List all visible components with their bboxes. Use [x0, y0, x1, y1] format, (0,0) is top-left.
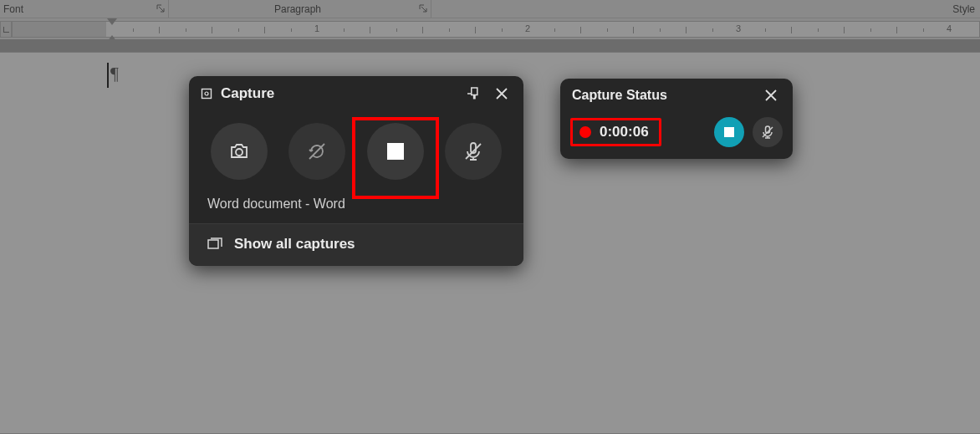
capture-panel-header: Capture [189, 76, 523, 111]
status-microphone-button[interactable] [753, 117, 783, 147]
camera-icon [228, 140, 250, 162]
microphone-toggle-button[interactable] [445, 123, 502, 180]
capture-status-panel: Capture Status 0:00:06 [560, 79, 793, 159]
capture-title-icon [201, 88, 212, 100]
status-title: Capture Status [572, 88, 667, 103]
status-panel-header: Capture Status [560, 79, 793, 112]
refresh-slash-icon [306, 140, 328, 162]
gallery-icon [207, 237, 222, 251]
recording-timer-highlight: 0:00:06 [570, 118, 661, 146]
take-screenshot-button[interactable] [211, 123, 268, 180]
microphone-muted-icon [760, 125, 775, 140]
microphone-muted-icon [462, 140, 484, 162]
svg-rect-0 [202, 89, 212, 99]
stop-icon [724, 127, 734, 137]
svg-point-2 [236, 149, 242, 156]
status-stop-button[interactable] [714, 117, 744, 147]
show-all-label: Show all captures [234, 236, 355, 253]
svg-point-1 [205, 92, 208, 95]
close-button[interactable] [488, 80, 515, 107]
status-body: 0:00:06 [560, 112, 793, 159]
status-close-button[interactable] [758, 82, 784, 109]
recapture-button[interactable] [288, 123, 345, 180]
recording-indicator-icon [579, 126, 591, 138]
show-all-captures-button[interactable]: Show all captures [189, 224, 523, 266]
tutorial-highlight-stop [352, 117, 439, 199]
svg-rect-4 [208, 240, 218, 248]
pin-button[interactable] [462, 80, 488, 107]
capture-title: Capture [221, 85, 274, 102]
recording-timer: 0:00:06 [600, 124, 649, 140]
